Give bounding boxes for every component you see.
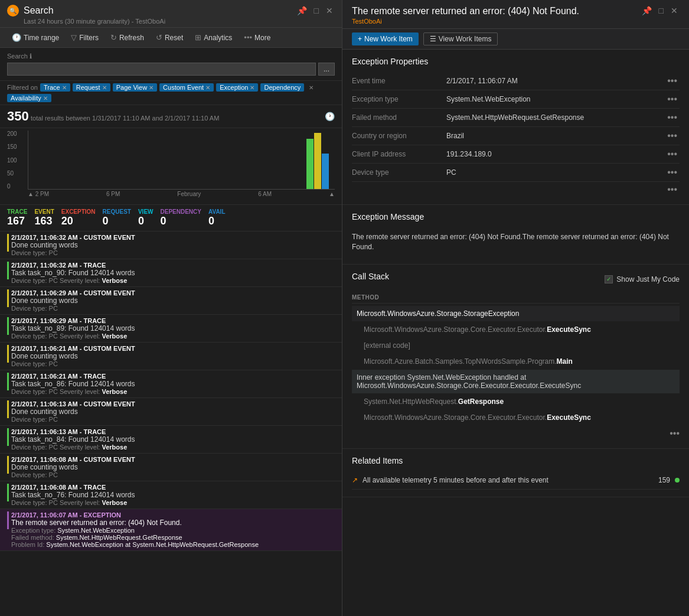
result-content: 2/1/2017, 11:06:32 AM - CUSTOM EVENT Don… — [11, 234, 335, 256]
new-work-item-label: New Work Item — [364, 35, 413, 43]
pageview-tag-label: Page View — [116, 84, 147, 91]
trace-indicator — [7, 373, 9, 390]
customevent-tag-close[interactable]: ✕ — [205, 84, 210, 91]
filter-tag-availability[interactable]: Availability ✕ — [7, 94, 51, 102]
filter-group-close[interactable]: ✕ — [309, 84, 314, 91]
right-maximize-icon[interactable]: □ — [657, 6, 665, 15]
related-text[interactable]: All available telemetry 5 minutes before… — [363, 476, 658, 484]
list-item[interactable]: 2/1/2017, 11:06:21 AM - CUSTOM EVENT Don… — [0, 343, 342, 370]
maximize-icon[interactable]: □ — [312, 6, 321, 15]
list-item[interactable]: 2/1/2017, 11:06:13 AM - TRACE Task task_… — [0, 426, 342, 454]
result-content: 2/1/2017, 11:06:21 AM - TRACE Task task_… — [11, 373, 335, 395]
callstack-header: Call Stack ✓ Show Just My Code — [352, 272, 680, 287]
availability-tag-close[interactable]: ✕ — [43, 95, 48, 102]
list-item[interactable]: 2/1/2017, 11:06:07 AM - EXCEPTION The re… — [0, 509, 342, 551]
new-work-item-button[interactable]: + New Work Item — [352, 32, 419, 45]
list-item[interactable]: 2/1/2017, 11:06:29 AM - TRACE Task task_… — [0, 315, 342, 343]
custom-event-indicator — [7, 289, 9, 307]
pageview-tag-close[interactable]: ✕ — [149, 84, 154, 91]
request-tag-close[interactable]: ✕ — [102, 84, 107, 91]
properties-more-all[interactable]: ••• — [665, 184, 680, 194]
trace-indicator — [7, 317, 9, 335]
event-time-more[interactable]: ••• — [665, 76, 680, 86]
result-content: 2/1/2017, 11:06:13 AM - CUSTOM EVENT Don… — [11, 400, 335, 423]
list-item[interactable]: 2/1/2017, 11:06:29 AM - CUSTOM EVENT Don… — [0, 287, 342, 315]
more-button[interactable]: ••• More — [239, 31, 275, 44]
exception-tag-close[interactable]: ✕ — [250, 84, 254, 91]
result-meta: Device type: PC — [11, 305, 335, 312]
right-close-icon[interactable]: ✕ — [669, 6, 680, 15]
client-ip-more[interactable]: ••• — [665, 149, 680, 159]
filters-button[interactable]: ▽ Filters — [66, 31, 103, 44]
plus-icon: + — [358, 35, 362, 43]
property-row-failed-method: Failed method System.Net.HttpWebRequest.… — [352, 109, 680, 127]
result-timestamp: 2/1/2017, 11:06:29 AM - CUSTOM EVENT — [11, 289, 335, 296]
list-item[interactable]: 2/1/2017, 11:06:21 AM - TRACE Task task_… — [0, 370, 342, 398]
filter-tag-customevent[interactable]: Custom Event ✕ — [159, 83, 214, 92]
property-row-client-ip: Client IP address 191.234.189.0 ••• — [352, 145, 680, 164]
exception-type-more[interactable]: ••• — [665, 94, 680, 105]
trace-tag-close[interactable]: ✕ — [62, 84, 67, 91]
reset-button[interactable]: ↺ Reset — [151, 31, 188, 44]
close-icon[interactable]: ✕ — [324, 6, 335, 15]
show-just-code-toggle[interactable]: ✓ Show Just My Code — [605, 275, 680, 283]
stack-more-button[interactable]: ••• — [352, 426, 680, 441]
search-app-icon: 🔍 — [7, 5, 19, 17]
panel-header: 🔍 Search 📌 □ ✕ Last 24 hours (30 minute … — [0, 0, 342, 28]
x-label-2pm: ▲ 2 PM — [28, 191, 49, 197]
show-just-code-checkbox[interactable]: ✓ — [605, 275, 613, 283]
chart-xaxis: ▲ 2 PM 6 PM February 6 AM ▲ — [28, 191, 335, 197]
filters-label: Filters — [79, 34, 99, 42]
failed-method-more[interactable]: ••• — [665, 112, 680, 123]
related-items-section: Related Items ↗ All available telemetry … — [342, 449, 689, 497]
filter-tag-pageview[interactable]: Page View ✕ — [113, 83, 157, 92]
result-timestamp: 2/1/2017, 11:06:13 AM - CUSTOM EVENT — [11, 400, 335, 408]
list-item[interactable]: 2/1/2017, 11:06:13 AM - CUSTOM EVENT Don… — [0, 398, 342, 426]
trace-indicator — [7, 484, 9, 501]
stack-item-external-code: [external code] — [352, 338, 680, 354]
more-icon: ••• — [244, 33, 252, 42]
time-range-button[interactable]: 🕐 Time range — [7, 31, 64, 44]
stat-event-value: 163 — [34, 215, 54, 227]
stat-view-value: 0 — [138, 215, 154, 227]
pin-icon[interactable]: 📌 — [295, 6, 309, 15]
analytics-button[interactable]: ⊞ Analytics — [190, 31, 237, 44]
stat-request: REQUEST 0 — [103, 208, 131, 227]
result-title: Done counting words — [11, 463, 335, 471]
result-timestamp: 2/1/2017, 11:06:07 AM - EXCEPTION — [11, 511, 335, 519]
left-panel: 🔍 Search 📌 □ ✕ Last 24 hours (30 minute … — [0, 0, 342, 616]
country-more[interactable]: ••• — [665, 131, 680, 141]
refresh-button[interactable]: ↻ Refresh — [106, 31, 149, 44]
result-meta: Device type: PC Severity level: Verbose — [11, 277, 335, 284]
search-input[interactable] — [7, 63, 316, 76]
method-header: METHOD — [352, 292, 680, 304]
device-type-more[interactable]: ••• — [665, 167, 680, 178]
related-status-dot — [675, 478, 680, 483]
result-content: 2/1/2017, 11:06:07 AM - EXCEPTION The re… — [11, 511, 335, 548]
result-meta: Device type: PC Severity level: Verbose — [11, 499, 335, 506]
filter-tag-trace[interactable]: Trace ✕ — [40, 83, 70, 92]
result-timestamp: 2/1/2017, 11:06:21 AM - CUSTOM EVENT — [11, 345, 335, 352]
panel-subtitle: Last 24 hours (30 minute granularity) - … — [24, 18, 335, 25]
property-row-device-type: Device type PC ••• — [352, 164, 680, 182]
filter-tag-exception[interactable]: Exception ✕ — [216, 83, 258, 92]
results-list: 2/1/2017, 11:06:32 AM - CUSTOM EVENT Don… — [0, 232, 342, 616]
chart-area: 200 150 100 50 0 ▲ 2 PM 6 PM February 6 … — [0, 128, 342, 205]
list-item[interactable]: 2/1/2017, 11:06:08 AM - TRACE Task task_… — [0, 481, 342, 509]
list-item[interactable]: 2/1/2017, 11:06:32 AM - CUSTOM EVENT Don… — [0, 232, 342, 259]
right-pin-icon[interactable]: 📌 — [640, 6, 654, 15]
stat-view-label: VIEW — [138, 208, 154, 215]
view-work-items-label: View Work Items — [439, 35, 492, 43]
search-options-button[interactable]: ... — [318, 63, 335, 76]
filter-tag-dependency[interactable]: Dependency — [260, 83, 304, 92]
view-work-items-button[interactable]: ☰ View Work Items — [423, 32, 498, 45]
list-item[interactable]: 2/1/2017, 11:06:08 AM - CUSTOM EVENT Don… — [0, 454, 342, 481]
filter-tag-request[interactable]: Request ✕ — [73, 83, 110, 92]
result-timestamp: 2/1/2017, 11:06:32 AM - CUSTOM EVENT — [11, 234, 335, 241]
y-label-100: 100 — [7, 157, 17, 164]
call-stack-section: Call Stack ✓ Show Just My Code METHOD Mi… — [342, 265, 689, 449]
stat-dependency-value: 0 — [161, 215, 201, 227]
right-panel: The remote server returned an error: (40… — [342, 0, 689, 616]
result-content: 2/1/2017, 11:06:13 AM - TRACE Task task_… — [11, 428, 335, 451]
list-item[interactable]: 2/1/2017, 11:06:32 AM - TRACE Task task_… — [0, 259, 342, 287]
